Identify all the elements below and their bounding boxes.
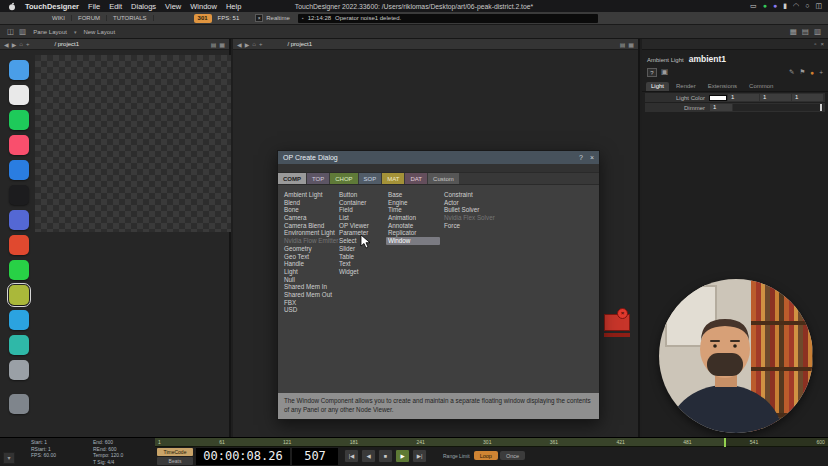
dock-touchdesigner[interactable] xyxy=(9,285,29,305)
parameter-tab[interactable]: Render xyxy=(671,82,701,91)
parameter-tab[interactable]: Light xyxy=(646,82,669,91)
breadcrumb[interactable]: / project1 xyxy=(287,41,312,47)
siri-icon[interactable]: ● xyxy=(773,0,777,12)
transport-button[interactable]: ■ xyxy=(378,449,393,463)
op-list-item[interactable]: Nvidia Flex Solver xyxy=(442,214,512,222)
timeline-field[interactable]: FPS: 60.00 xyxy=(31,453,93,459)
new-layout-button[interactable]: New Layout xyxy=(83,29,115,35)
toolbar-link[interactable]: TUTORIALS xyxy=(107,15,154,21)
split-icon[interactable]: ▦ xyxy=(628,41,634,48)
forward-icon[interactable]: ▶ xyxy=(245,41,250,48)
forward-icon[interactable]: ▶ xyxy=(12,41,17,48)
wifi-icon[interactable]: ◠ xyxy=(793,0,799,12)
color-swatch[interactable] xyxy=(709,95,727,101)
timeline-options-button[interactable]: ▾ xyxy=(3,452,15,464)
param-label[interactable]: Light Color xyxy=(647,95,709,101)
op-list-item[interactable]: Ambient Light xyxy=(282,191,336,199)
search-icon[interactable]: ○ xyxy=(805,0,809,12)
op-list-item[interactable]: Handle xyxy=(282,260,336,268)
close-pane-icon[interactable]: × xyxy=(820,41,824,47)
rows-icon[interactable]: ▤ xyxy=(802,27,809,37)
split-icon[interactable]: ▦ xyxy=(219,41,225,48)
op-list-item[interactable]: Annotate xyxy=(386,222,440,230)
parameter-tab[interactable]: Common xyxy=(744,82,778,91)
error-badge-icon[interactable]: × xyxy=(617,308,628,319)
op-list-item[interactable]: Actor xyxy=(442,199,512,207)
op-list-item[interactable]: Text xyxy=(337,260,384,268)
timeline-field[interactable] xyxy=(31,460,93,466)
dock-installer[interactable] xyxy=(9,235,29,255)
add-icon[interactable]: + xyxy=(259,41,263,48)
dock-discord[interactable] xyxy=(9,210,29,230)
op-list-item[interactable]: Replicator xyxy=(386,229,440,237)
maximize-icon[interactable]: ▫ xyxy=(814,41,816,47)
toolbar-link[interactable]: FORUM xyxy=(72,15,107,21)
dock-trash[interactable] xyxy=(9,394,29,414)
op-list-item[interactable]: Engine xyxy=(386,199,440,207)
op-list-item[interactable]: Nvidia Flow Emitter xyxy=(282,237,336,245)
op-list-item[interactable]: OP Viewer xyxy=(337,222,384,230)
op-list-item[interactable]: Field xyxy=(337,206,384,214)
grid-icon[interactable]: ▦ xyxy=(790,27,797,37)
flag-icon[interactable]: ⚑ xyxy=(799,68,805,76)
split-horizontal-icon[interactable]: ◫ xyxy=(7,27,14,37)
add-icon[interactable]: + xyxy=(26,41,30,48)
op-family-tab[interactable]: DAT xyxy=(405,173,427,184)
menubar-menu-item[interactable]: Help xyxy=(226,2,241,11)
timeline-field[interactable]: Start: 1 xyxy=(31,440,93,446)
timeline-field[interactable]: End: 600 xyxy=(93,440,155,446)
dock-whatsapp[interactable] xyxy=(9,260,29,280)
dock-facetime[interactable] xyxy=(9,335,29,355)
parameter-help-icon[interactable]: ? xyxy=(647,68,657,77)
op-list-item[interactable]: Bone xyxy=(282,206,336,214)
op-list-item[interactable]: USD xyxy=(282,306,336,314)
control-center-icon[interactable]: ◫ xyxy=(815,0,822,12)
dismiss-message-icon[interactable]: ▪ xyxy=(302,15,304,21)
op-list-item[interactable]: Geo Text xyxy=(282,253,336,261)
pane-layout-dropdown[interactable]: Pane Layout xyxy=(33,29,67,35)
dock-appstore[interactable] xyxy=(9,160,29,180)
dock-telegram[interactable] xyxy=(9,310,29,330)
node-viewer-icon[interactable]: ▣ xyxy=(661,67,668,77)
dock-chrome[interactable] xyxy=(9,85,29,105)
dock-finder[interactable] xyxy=(9,60,29,80)
timecode-mode-button[interactable]: TimeCode xyxy=(157,448,193,456)
split-vertical-icon[interactable]: ▥ xyxy=(19,27,26,37)
op-list-item[interactable]: Camera xyxy=(282,214,336,222)
back-icon[interactable]: ◀ xyxy=(4,41,9,48)
menubar-menu-item[interactable]: Edit xyxy=(109,2,122,11)
battery-icon[interactable]: ▮ xyxy=(783,0,787,12)
transport-button[interactable]: ▶ xyxy=(395,449,410,463)
home-icon[interactable]: ⌂ xyxy=(252,41,256,48)
breadcrumb[interactable]: / project1 xyxy=(54,41,79,47)
realtime-toggle[interactable]: × Realtime xyxy=(255,14,290,22)
network-pane-left[interactable]: ◀▶⌂+ / project1 ▤▦ xyxy=(0,39,231,437)
timeline-playhead[interactable] xyxy=(724,438,726,447)
transport-button[interactable]: ◀ xyxy=(361,449,376,463)
op-list-item[interactable]: Camera Blend xyxy=(282,222,336,230)
edit-icon[interactable]: ✎ xyxy=(789,68,794,76)
toolbar-link[interactable]: WIKI xyxy=(46,15,72,21)
perform-mode-badge[interactable]: 301 xyxy=(194,14,212,23)
value-field[interactable]: 1 xyxy=(792,94,823,101)
dialog-close-icon[interactable]: × xyxy=(590,154,594,161)
dialog-titlebar[interactable]: OP Create Dialog ? × xyxy=(278,151,599,164)
language-icon[interactable]: ● xyxy=(810,69,814,76)
value-field[interactable]: 1 xyxy=(760,94,791,101)
op-list-item[interactable]: Base xyxy=(386,191,440,199)
timeline-field[interactable]: T Sig: 4/4 xyxy=(93,460,155,466)
op-list-item[interactable]: Bullet Solver xyxy=(442,206,512,214)
op-list-item[interactable]: Parameter xyxy=(337,229,384,237)
menubar-menu-item[interactable]: File xyxy=(88,2,100,11)
dock-spotify[interactable] xyxy=(9,110,29,130)
value-field[interactable]: 1 xyxy=(710,104,732,111)
op-list-item[interactable]: Geometry xyxy=(282,245,336,253)
op-list-item[interactable]: Container xyxy=(337,199,384,207)
parameter-tab[interactable]: Extensions xyxy=(703,82,742,91)
op-list-item[interactable]: Window xyxy=(386,237,440,245)
op-list-item[interactable]: Slider xyxy=(337,245,384,253)
transport-button[interactable]: ▶| xyxy=(412,449,427,463)
range-limit-button[interactable]: Loop xyxy=(474,451,498,460)
op-list-item[interactable]: Widget xyxy=(337,268,384,276)
transport-button[interactable]: |◀ xyxy=(344,449,359,463)
